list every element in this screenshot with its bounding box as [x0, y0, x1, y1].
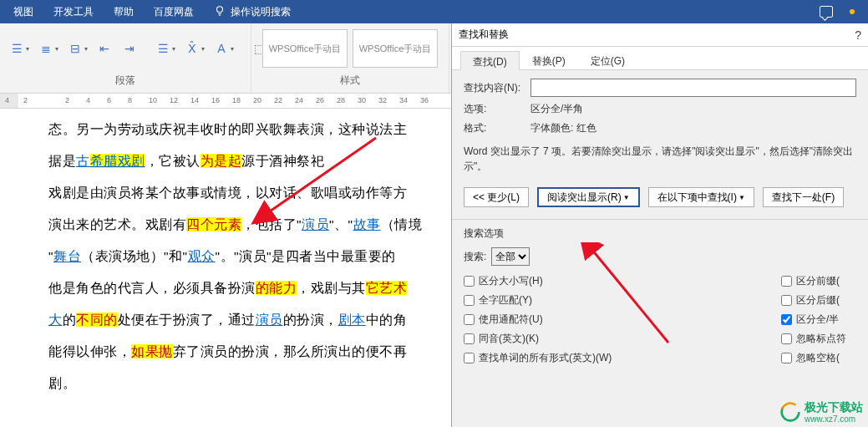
doc-link[interactable]: 演员 — [256, 313, 283, 327]
doc-link[interactable]: 大 — [48, 313, 63, 327]
doc-link[interactable]: 舞台 — [53, 249, 81, 263]
line-spacing-button[interactable]: A▾ — [210, 38, 237, 59]
ruler-tick: 22 — [274, 96, 282, 104]
format-value: 字体颜色: 红色 — [530, 121, 596, 135]
indent-right-button[interactable]: ⇥ — [118, 38, 141, 59]
menu-help[interactable]: 帮助 — [114, 5, 134, 19]
notification-dot-icon[interactable] — [850, 9, 855, 14]
doc-highlight: 的能力 — [256, 281, 297, 295]
ruler-tick: 16 — [211, 96, 220, 104]
menu-devtools[interactable]: 开发工具 — [53, 5, 94, 19]
chk-whole-word[interactable]: 全字匹配(Y) — [464, 293, 781, 308]
doc-text: 演出来的艺术。戏剧有 — [48, 217, 186, 231]
find-next-button[interactable]: 查找下一处(F) — [763, 187, 844, 207]
ruler-tick: 18 — [232, 96, 241, 104]
doc-text: ，包括了" — [241, 217, 302, 231]
doc-highlight: 它艺术 — [366, 281, 408, 295]
search-direction-label: 搜索: — [464, 250, 486, 264]
comment-icon[interactable] — [820, 6, 833, 18]
ruler-tick: 28 — [337, 96, 345, 104]
watermark-url: www.xz7.com — [805, 415, 863, 424]
doc-link[interactable]: 剧本 — [338, 313, 366, 327]
dialog-tabs: 查找(D) 替换(P) 定位(G) — [452, 47, 868, 70]
doc-link[interactable]: 观众 — [188, 249, 216, 263]
doc-text: 剧。 — [48, 376, 76, 390]
less-button[interactable]: << 更少(L) — [464, 187, 529, 207]
ruler-tick: 32 — [378, 96, 387, 104]
doc-highlight: 不同的 — [76, 313, 118, 327]
doc-text: 据是 — [48, 154, 76, 168]
dialog-title: 查找和替换 — [459, 28, 509, 42]
doc-text: 戏剧是由演员将某个故事或情境，以对话、歌唱或动作等方 — [48, 186, 407, 200]
tab-find[interactable]: 查找(D) — [460, 51, 520, 70]
bullets-button[interactable]: ☰▾ — [5, 38, 33, 59]
chk-suffix[interactable]: 区分后缀( — [781, 293, 846, 308]
indent-left-button[interactable]: ⇤ — [93, 38, 116, 59]
doc-text: ，它被认 — [145, 154, 201, 168]
result-message: Word 突出显示了 7 项。若要清除突出显示，请选择"阅读突出显示"，然后选择… — [464, 144, 856, 174]
ruler-tick: 6 — [107, 96, 111, 104]
chk-wildcard[interactable]: 使用通配符(U) — [464, 313, 781, 327]
find-replace-dialog: 查找和替换 ? 查找(D) 替换(P) 定位(G) 查找内容(N): 选项: 区… — [451, 23, 868, 427]
doc-link[interactable]: 古 — [76, 154, 90, 168]
doc-text: 能得以伸张， — [48, 344, 131, 358]
doc-text: 态。另一为劳动或庆祝丰收时的即兴歌舞表演，这种说法主 — [48, 122, 407, 136]
ruler-tick: 24 — [295, 96, 303, 104]
ruler-tick: 20 — [253, 96, 261, 104]
dialog-title-bar[interactable]: 查找和替换 ? — [452, 23, 868, 47]
doc-text: 源于酒神祭祀 — [241, 154, 324, 168]
doc-link[interactable]: 故事 — [353, 217, 381, 231]
doc-link[interactable]: 演员 — [302, 217, 329, 231]
tell-me-search[interactable]: 操作说明搜索 — [231, 5, 291, 19]
menubar: 视图 开发工具 帮助 百度网盘 操作说明搜索 — [0, 0, 868, 23]
doc-text: 他是角色的代言人，必须具备扮演 — [48, 281, 256, 295]
multilevel-button[interactable]: ⊟▾ — [63, 38, 91, 59]
watermark-logo-icon — [779, 401, 801, 423]
reading-highlight-button[interactable]: 阅读突出显示(R)▼ — [537, 187, 640, 207]
menu-view[interactable]: 视图 — [13, 5, 33, 19]
ruler-tick: 2 — [65, 96, 69, 104]
doc-text: ，戏剧与其 — [297, 281, 366, 295]
options-value: 区分全/半角 — [530, 102, 583, 116]
ruler-tick: 26 — [316, 96, 324, 104]
find-in-button[interactable]: 在以下项中查找(I)▼ — [648, 187, 754, 207]
chk-width[interactable]: 区分全/半 — [781, 313, 846, 327]
paragraph-group-label: 段落 — [0, 74, 251, 90]
ruler-tick: 34 — [399, 96, 408, 104]
chk-word-forms[interactable]: 查找单词的所有形式(英文)(W) — [464, 351, 781, 365]
tab-goto[interactable]: 定位(G) — [578, 50, 637, 69]
style-box-2[interactable]: WPSOffice手动目 — [353, 29, 438, 68]
format-label: 格式: — [464, 121, 530, 135]
doc-text: 中的角 — [366, 313, 408, 327]
ruler-tick: 12 — [170, 96, 178, 104]
tab-replace[interactable]: 替换(P) — [520, 50, 578, 69]
doc-link[interactable]: 希腊戏剧 — [90, 154, 145, 168]
chk-space[interactable]: 忽略空格( — [781, 351, 846, 365]
ruler-tick: 8 — [128, 96, 132, 104]
chk-match-case[interactable]: 区分大小写(H) — [464, 274, 781, 288]
doc-highlight: 如果抛 — [131, 344, 173, 358]
menu-baidu[interactable]: 百度网盘 — [154, 5, 194, 19]
search-options-label: 搜索选项 — [464, 226, 856, 241]
document-body[interactable]: 态。另一为劳动或庆祝丰收时的即兴歌舞表演，这种说法主 据是古希腊戏剧，它被认为是… — [0, 109, 451, 426]
doc-text: "。"演员"是四者当中最重要的 — [216, 249, 396, 263]
doc-text: 弃了演员的扮演，那么所演出的便不再 — [173, 344, 408, 358]
dialog-help-icon[interactable]: ? — [855, 28, 861, 42]
ruler-tick: 10 — [149, 96, 157, 104]
ruler-tick: 4 — [5, 96, 9, 104]
style-box-1[interactable]: WPSOffice手动目 — [262, 29, 348, 68]
chk-punct[interactable]: 忽略标点符 — [781, 332, 846, 346]
svg-point-0 — [217, 6, 223, 12]
align-button[interactable]: ☰▾ — [151, 38, 179, 59]
chk-prefix[interactable]: 区分前缀( — [781, 274, 846, 288]
doc-text: 处便在于扮演了，通过 — [118, 313, 256, 327]
chk-sounds-like[interactable]: 同音(英文)(K) — [464, 332, 781, 346]
doc-highlight: 四个元素 — [186, 217, 241, 231]
ruler-tick: 14 — [190, 96, 199, 104]
sort-button[interactable]: X̂▾ — [180, 38, 208, 59]
watermark-name: 极光下载站 — [805, 400, 863, 414]
search-direction-select[interactable]: 全部 — [491, 247, 530, 266]
numbering-button[interactable]: ≣▾ — [34, 38, 62, 59]
styles-group-label: 样式 — [251, 74, 449, 90]
find-content-input[interactable] — [530, 79, 856, 97]
